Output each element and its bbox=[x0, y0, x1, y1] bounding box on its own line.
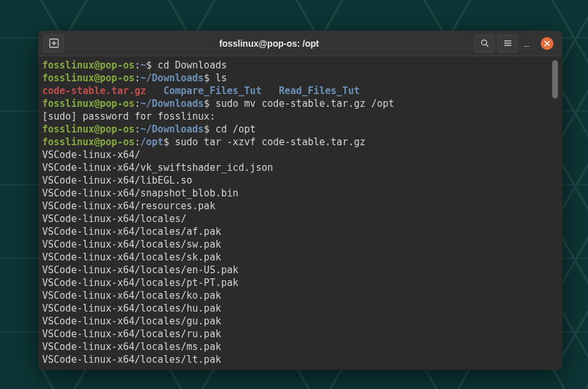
spacer bbox=[261, 85, 279, 97]
output-line: VSCode-linux-x64/locales/en-US.pak bbox=[42, 264, 238, 276]
new-tab-icon bbox=[49, 38, 59, 48]
output-line: VSCode-linux-x64/locales/af.pak bbox=[42, 226, 221, 237]
hamburger-icon bbox=[503, 38, 513, 48]
output-line: VSCode-linux-x64/vk_swiftshader_icd.json bbox=[42, 162, 273, 173]
spacer bbox=[146, 85, 164, 97]
prompt-path: ~/Downloads bbox=[141, 98, 204, 109]
prompt-path: ~ bbox=[141, 60, 146, 71]
output-line: VSCode-linux-x64/locales/hu.pak bbox=[42, 303, 221, 314]
output-line: VSCode-linux-x64/locales/gu.pak bbox=[42, 315, 221, 327]
minimize-button[interactable]: _ bbox=[520, 35, 533, 47]
output-line: VSCode-linux-x64/locales/pt-PT.pak bbox=[42, 277, 238, 289]
prompt-colon: : bbox=[135, 136, 141, 148]
window-controls: _ bbox=[520, 37, 557, 50]
command-text: sudo mv code-stable.tar.gz /opt bbox=[210, 98, 394, 109]
terminal-body[interactable]: fosslinux@pop-os:~$ cd Downloads fosslin… bbox=[38, 56, 562, 370]
output-line: VSCode-linux-x64/locales/ru.pak bbox=[42, 328, 221, 340]
search-icon bbox=[480, 38, 490, 48]
window-title: fosslinux@pop-os: /opt bbox=[66, 38, 472, 49]
ls-dir: Compare_Files_Tut bbox=[164, 85, 262, 97]
prompt-user: fosslinux@pop-os bbox=[42, 136, 135, 148]
output-line: VSCode-linux-x64/ bbox=[42, 149, 141, 161]
prompt-user: fosslinux@pop-os bbox=[42, 72, 135, 84]
command-text: sudo tar -xzvf code-stable.tar.gz bbox=[169, 136, 366, 148]
titlebar[interactable]: fosslinux@pop-os: /opt _ bbox=[38, 31, 562, 56]
prompt-dollar: $ bbox=[204, 98, 210, 109]
minimize-icon: _ bbox=[524, 36, 529, 46]
prompt-dollar: $ bbox=[146, 60, 152, 71]
prompt-user: fosslinux@pop-os bbox=[42, 98, 135, 109]
output-line: VSCode-linux-x64/locales/sw.pak bbox=[42, 239, 221, 250]
prompt-colon: : bbox=[135, 60, 141, 71]
prompt-user: fosslinux@pop-os bbox=[42, 123, 135, 135]
terminal-content: fosslinux@pop-os:~$ cd Downloads fosslin… bbox=[42, 59, 559, 366]
ls-dir: Read_Files_Tut bbox=[279, 85, 359, 97]
command-text: cd Downloads bbox=[152, 60, 227, 71]
prompt-path: ~/Downloads bbox=[141, 123, 204, 135]
terminal-window: fosslinux@pop-os: /opt _ bbox=[38, 31, 562, 370]
output-line: VSCode-linux-x64/locales/ bbox=[42, 213, 187, 225]
menu-button[interactable] bbox=[497, 35, 518, 52]
ls-file-archive: code-stable.tar.gz bbox=[42, 85, 146, 97]
svg-line-4 bbox=[486, 45, 488, 47]
output-line: VSCode-linux-x64/locales/ms.pak bbox=[42, 341, 221, 353]
prompt-dollar: $ bbox=[164, 136, 169, 148]
search-button[interactable] bbox=[474, 35, 495, 52]
new-tab-button[interactable] bbox=[43, 35, 64, 52]
output-line: VSCode-linux-x64/locales/sk.pak bbox=[42, 251, 221, 263]
prompt-path: ~/Downloads bbox=[141, 72, 204, 84]
prompt-path: /opt bbox=[141, 136, 164, 148]
prompt-colon: : bbox=[135, 72, 141, 84]
output-line: VSCode-linux-x64/locales/lt.pak bbox=[42, 354, 221, 365]
command-text: ls bbox=[210, 72, 227, 84]
output-line: VSCode-linux-x64/locales/ko.pak bbox=[42, 290, 221, 301]
output-line: VSCode-linux-x64/libEGL.so bbox=[42, 175, 192, 186]
prompt-colon: : bbox=[135, 123, 141, 135]
close-icon bbox=[544, 40, 550, 47]
prompt-dollar: $ bbox=[204, 123, 210, 135]
output-line: [sudo] password for fosslinux: bbox=[42, 111, 221, 122]
output-line: VSCode-linux-x64/resources.pak bbox=[42, 200, 215, 212]
output-line: VSCode-linux-x64/snapshot_blob.bin bbox=[42, 187, 238, 199]
prompt-colon: : bbox=[135, 98, 141, 109]
scrollbar-thumb[interactable] bbox=[552, 60, 558, 99]
prompt-user: fosslinux@pop-os bbox=[42, 60, 135, 71]
command-text: cd /opt bbox=[210, 123, 256, 135]
svg-point-3 bbox=[481, 40, 486, 45]
prompt-dollar: $ bbox=[204, 72, 210, 84]
close-button[interactable] bbox=[541, 37, 553, 50]
